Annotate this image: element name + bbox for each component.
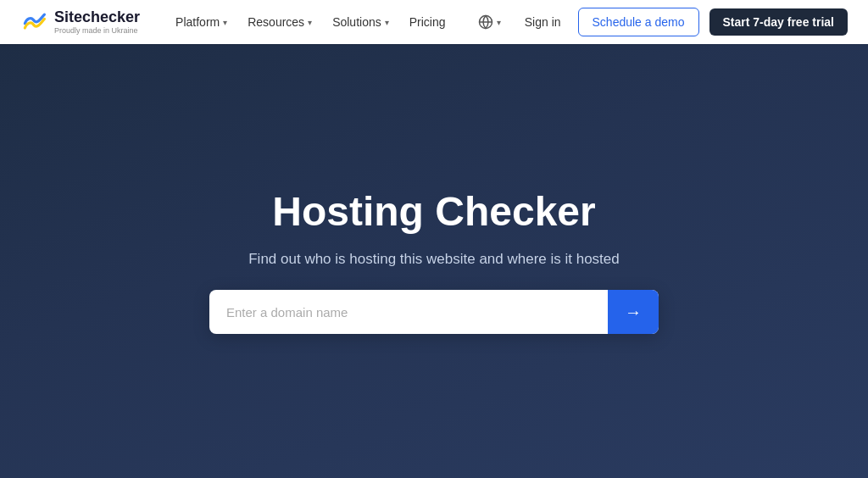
logo-link[interactable]: Sitechecker Proudly made in Ukraine: [20, 8, 140, 36]
hero-subtitle: Find out who is hosting this website and…: [248, 248, 620, 270]
arrow-right-icon: →: [625, 303, 642, 322]
hero-title: Hosting Checker: [272, 188, 595, 235]
logo-name: Sitechecker: [54, 9, 140, 26]
nav-resources[interactable]: Resources ▾: [239, 10, 320, 34]
chevron-icon: ▾: [223, 18, 227, 27]
hero-section: Hosting Checker Find out who is hosting …: [0, 44, 868, 478]
signin-link[interactable]: Sign in: [518, 10, 568, 34]
search-bar: →: [209, 290, 659, 334]
schedule-demo-button[interactable]: Schedule a demo: [578, 8, 699, 36]
search-button[interactable]: →: [608, 290, 659, 334]
chevron-icon: ▾: [308, 18, 312, 27]
nav-solutions[interactable]: Solutions ▾: [324, 10, 398, 34]
nav-links: Platform ▾ Resources ▾ Solutions ▾ Prici…: [167, 10, 471, 34]
nav-pricing[interactable]: Pricing: [401, 10, 454, 34]
logo-text: Sitechecker Proudly made in Ukraine: [54, 9, 140, 36]
navbar: Sitechecker Proudly made in Ukraine Plat…: [0, 0, 868, 44]
logo-tagline: Proudly made in Ukraine: [54, 26, 140, 36]
nav-platform[interactable]: Platform ▾: [167, 10, 236, 34]
nav-right: ▾ Sign in Schedule a demo Start 7-day fr…: [471, 8, 848, 36]
logo-icon: [20, 8, 47, 36]
language-chevron: ▾: [497, 18, 501, 27]
language-selector[interactable]: ▾: [471, 9, 508, 35]
start-trial-button[interactable]: Start 7-day free trial: [709, 8, 849, 36]
globe-icon: [478, 14, 493, 30]
domain-search-input[interactable]: [209, 290, 608, 334]
chevron-icon: ▾: [385, 18, 389, 27]
